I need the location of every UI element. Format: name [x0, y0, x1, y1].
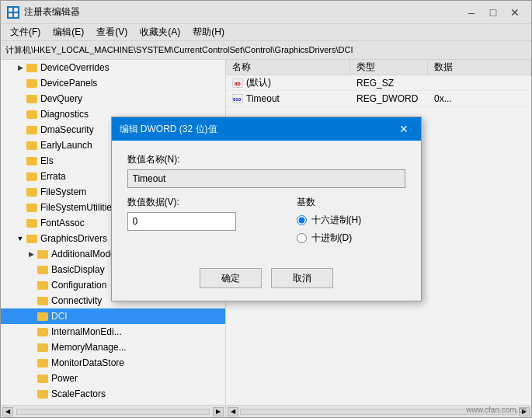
value-section: 数值数据(V): — [127, 196, 281, 231]
data-base-row: 数值数据(V): 基数 十六进制(H) 十进制(D) — [127, 196, 405, 249]
confirm-button[interactable]: 确定 — [200, 268, 262, 288]
name-field-label: 数值名称(N): — [127, 153, 405, 166]
data-field-input[interactable] — [127, 212, 236, 231]
dialog-overlay: 编辑 DWORD (32 位)值 ✕ 数值名称(N): 数值数据(V): — [1, 1, 531, 417]
base-group-title: 基数 — [297, 196, 405, 209]
dialog-title: 编辑 DWORD (32 位)值 — [120, 123, 217, 136]
dec-radio-label[interactable]: 十进制(D) — [297, 232, 405, 245]
name-field-group: 数值名称(N): — [127, 153, 405, 188]
base-section: 基数 十六进制(H) 十进制(D) — [297, 196, 405, 249]
edit-dword-dialog: 编辑 DWORD (32 位)值 ✕ 数值名称(N): 数值数据(V): — [111, 117, 422, 301]
hex-radio-label[interactable]: 十六进制(H) — [297, 214, 405, 227]
cancel-button[interactable]: 取消 — [271, 268, 333, 288]
hex-radio[interactable] — [297, 215, 307, 225]
dialog-title-bar: 编辑 DWORD (32 位)值 ✕ — [112, 117, 421, 141]
dec-radio[interactable] — [297, 233, 307, 243]
dialog-footer: 确定 取消 — [112, 262, 421, 301]
dec-radio-text: 十进制(D) — [311, 232, 353, 245]
data-field-label: 数值数据(V): — [127, 196, 281, 209]
dialog-body: 数值名称(N): 数值数据(V): 基数 十六进制(H) — [112, 141, 421, 262]
name-field-input[interactable] — [127, 169, 405, 188]
dialog-close-button[interactable]: ✕ — [395, 120, 413, 138]
main-window: 注册表编辑器 – □ ✕ 文件(F) 编辑(E) 查看(V) 收藏夹(A) 帮助… — [0, 0, 532, 418]
hex-radio-text: 十六进制(H) — [311, 214, 362, 227]
